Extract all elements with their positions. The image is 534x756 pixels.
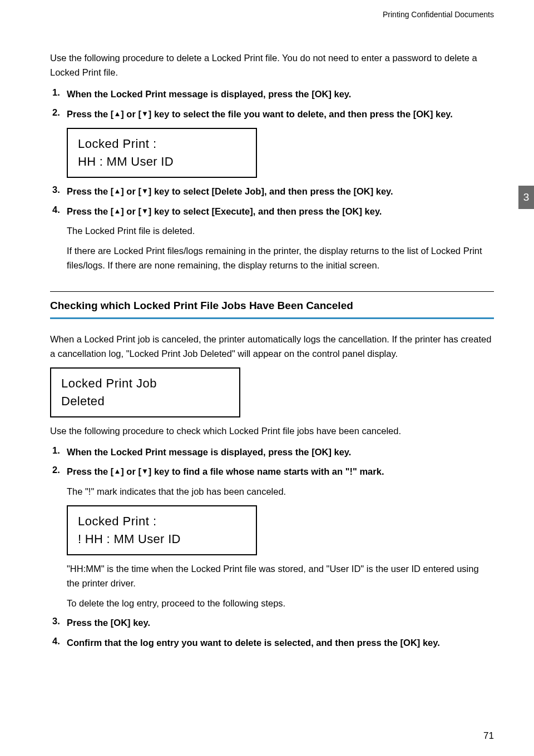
section-paragraph: Use the following procedure to check whi… bbox=[50, 424, 494, 439]
chapter-tab: 3 bbox=[518, 186, 534, 209]
display-line: ! HH : MM User ID bbox=[78, 532, 246, 546]
list-item: 2. Press the [▲] or [▼] key to find a fi… bbox=[50, 465, 494, 499]
running-header: Printing Confidential Documents bbox=[50, 10, 494, 19]
list-body: Press the [▲] or [▼] key to select the f… bbox=[67, 107, 494, 122]
step-text: When the Locked Print message is display… bbox=[67, 87, 494, 102]
list-body: Press the [▲] or [▼] key to find a file … bbox=[67, 465, 494, 499]
list-number: 3. bbox=[50, 616, 67, 630]
list-item: 3. Press the [OK] key. bbox=[50, 616, 494, 630]
list-body: Press the [OK] key. bbox=[67, 616, 494, 630]
list-number bbox=[50, 562, 67, 610]
down-arrow-icon: ▼ bbox=[141, 466, 149, 477]
list-item: "HH:MM" is the time when the Locked Prin… bbox=[50, 562, 494, 610]
list-body: "HH:MM" is the time when the Locked Prin… bbox=[67, 562, 494, 610]
divider-thin bbox=[50, 291, 494, 292]
page-number: 71 bbox=[483, 730, 494, 742]
step-text: When the Locked Print message is display… bbox=[67, 445, 494, 460]
step-text: Press the [▲] or [▼] key to select the f… bbox=[67, 107, 494, 122]
list-body: Press the [▲] or [▼] key to select [Dele… bbox=[67, 185, 494, 199]
display-line: Locked Print Job bbox=[61, 376, 229, 391]
step-note: "HH:MM" is the time when the Locked Prin… bbox=[67, 562, 494, 590]
step-note: The Locked Print file is deleted. bbox=[67, 224, 494, 238]
list-item: 3. Press the [▲] or [▼] key to select [D… bbox=[50, 185, 494, 199]
list-item: 1. When the Locked Print message is disp… bbox=[50, 445, 494, 460]
down-arrow-icon: ▼ bbox=[141, 186, 149, 197]
down-arrow-icon: ▼ bbox=[141, 206, 149, 217]
list-number: 2. bbox=[50, 465, 67, 499]
list-body: When the Locked Print message is display… bbox=[67, 445, 494, 460]
list-number: 4. bbox=[50, 205, 67, 272]
list-number: 1. bbox=[50, 87, 67, 102]
section-paragraph: When a Locked Print job is canceled, the… bbox=[50, 332, 494, 361]
display-line: HH : MM User ID bbox=[78, 155, 246, 169]
step-text: Press the [▲] or [▼] key to select [Exec… bbox=[67, 205, 494, 219]
section-heading: Checking which Locked Print File Jobs Ha… bbox=[50, 300, 494, 312]
step-text: Press the [▲] or [▼] key to find a file … bbox=[67, 465, 494, 479]
list-number: 4. bbox=[50, 636, 67, 650]
procedure-list-1: 1. When the Locked Print message is disp… bbox=[50, 87, 494, 121]
down-arrow-icon: ▼ bbox=[141, 108, 149, 120]
list-item: 1. When the Locked Print message is disp… bbox=[50, 87, 494, 102]
up-arrow-icon: ▲ bbox=[113, 466, 121, 477]
step-text: Press the [▲] or [▼] key to select [Dele… bbox=[67, 185, 494, 199]
step-note: If there are Locked Print files/logs rem… bbox=[67, 244, 494, 272]
list-item: 4. Press the [▲] or [▼] key to select [E… bbox=[50, 205, 494, 272]
intro-paragraph: Use the following procedure to delete a … bbox=[50, 51, 494, 79]
lcd-display-2: Locked Print Job Deleted bbox=[50, 367, 240, 417]
lcd-display-1: Locked Print : HH : MM User ID bbox=[67, 128, 257, 178]
page-content: Printing Confidential Documents Use the … bbox=[0, 0, 534, 672]
list-body: When the Locked Print message is display… bbox=[67, 87, 494, 102]
display-line: Deleted bbox=[61, 394, 229, 409]
step-note: The "!" mark indicates that the job has … bbox=[67, 485, 494, 499]
list-item: 2. Press the [▲] or [▼] key to select th… bbox=[50, 107, 494, 122]
step-text: Press the [OK] key. bbox=[67, 616, 494, 630]
section-heading-block: Checking which Locked Print File Jobs Ha… bbox=[50, 291, 494, 319]
up-arrow-icon: ▲ bbox=[113, 186, 121, 197]
up-arrow-icon: ▲ bbox=[113, 206, 121, 217]
up-arrow-icon: ▲ bbox=[113, 108, 121, 120]
list-number: 3. bbox=[50, 185, 67, 199]
step-note: To delete the log entry, proceed to the … bbox=[67, 596, 494, 611]
divider-blue bbox=[50, 317, 494, 319]
procedure-list-2-cont: "HH:MM" is the time when the Locked Prin… bbox=[50, 562, 494, 650]
lcd-display-3: Locked Print : ! HH : MM User ID bbox=[67, 505, 257, 555]
procedure-list-2: 1. When the Locked Print message is disp… bbox=[50, 445, 494, 499]
procedure-list-1-cont: 3. Press the [▲] or [▼] key to select [D… bbox=[50, 185, 494, 272]
list-body: Press the [▲] or [▼] key to select [Exec… bbox=[67, 205, 494, 272]
list-number: 2. bbox=[50, 107, 67, 122]
list-number: 1. bbox=[50, 445, 67, 460]
step-text: Confirm that the log entry you want to d… bbox=[67, 636, 494, 650]
list-body: Confirm that the log entry you want to d… bbox=[67, 636, 494, 650]
list-item: 4. Confirm that the log entry you want t… bbox=[50, 636, 494, 650]
display-line: Locked Print : bbox=[78, 137, 246, 151]
display-line: Locked Print : bbox=[78, 514, 246, 529]
